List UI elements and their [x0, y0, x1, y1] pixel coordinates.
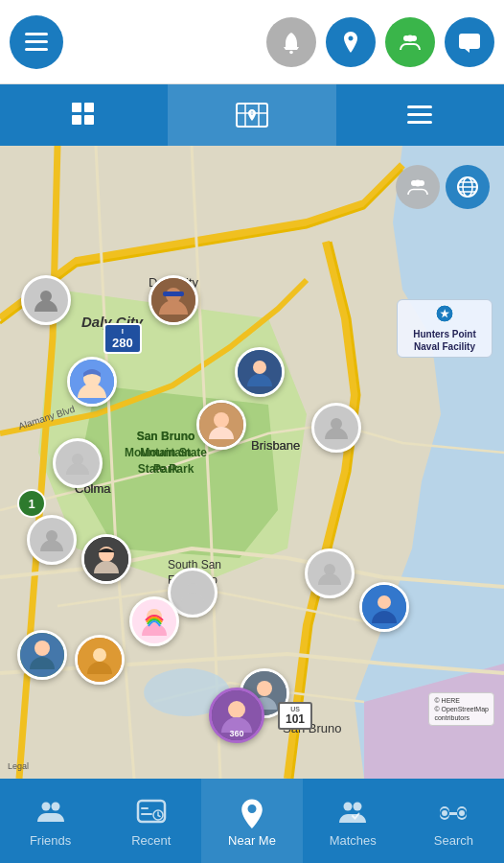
map-overlay-buttons: [396, 165, 490, 209]
location-button[interactable]: [326, 17, 376, 67]
svg-point-48: [257, 681, 272, 696]
avatar-pin-8[interactable]: [27, 515, 77, 565]
avatar-pin-1[interactable]: [21, 275, 71, 325]
svg-rect-10: [407, 105, 432, 108]
svg-rect-60: [449, 812, 457, 815]
avatar-pin-2[interactable]: [149, 275, 198, 325]
map-attribution: © HERE© OpenStreetMapcontributors: [428, 692, 494, 726]
svg-rect-12: [407, 121, 432, 124]
grid-view-button[interactable]: [0, 84, 168, 146]
hwy-280-sign: I 280: [103, 323, 142, 354]
avatar-pin-9[interactable]: [81, 534, 131, 584]
avatar-photo-icon: [151, 278, 195, 322]
avatar-dark-icon: [84, 537, 128, 581]
nav-search[interactable]: Search: [403, 779, 504, 863]
bell-icon: [278, 29, 305, 56]
list-view-button[interactable]: [336, 84, 504, 146]
near-me-icon: [235, 795, 269, 829]
svg-rect-4: [459, 34, 480, 49]
map-icon: [233, 96, 271, 134]
svg-point-56: [344, 802, 353, 810]
avatar-pin-14[interactable]: [305, 548, 355, 598]
avatar-pin-7[interactable]: [53, 438, 103, 488]
svg-rect-11: [407, 113, 432, 116]
nav-matches[interactable]: Matches: [303, 779, 403, 863]
svg-point-31: [214, 412, 229, 428]
avatar-colorful-icon: [78, 638, 122, 682]
avatar-pin-12[interactable]: [17, 630, 67, 680]
map-view-button[interactable]: [168, 84, 335, 146]
hamburger-icon: [25, 33, 48, 51]
bottom-navigation: Friends Recent Near Me Matches: [0, 779, 504, 863]
groups-icon: [397, 29, 424, 56]
avatar-outdoor-icon: [20, 633, 64, 677]
svg-rect-5: [72, 103, 81, 112]
avatar-anime-icon: [70, 360, 114, 404]
svg-text:★: ★: [440, 308, 450, 319]
nav-near-me[interactable]: Near Me: [201, 779, 302, 863]
svg-point-29: [253, 361, 266, 374]
groups-button[interactable]: [385, 17, 435, 67]
map-users-button[interactable]: [396, 165, 440, 209]
notifications-button[interactable]: [266, 17, 316, 67]
hwy-1-sign: 1: [17, 489, 46, 518]
users-map-icon: [405, 175, 430, 199]
friends-label: Friends: [30, 833, 71, 848]
avatar-sport-icon: [362, 585, 406, 629]
svg-rect-7: [72, 115, 81, 125]
near-me-label: Near Me: [228, 833, 276, 848]
avatar-jacket-icon: [238, 350, 282, 394]
svg-rect-25: [163, 292, 184, 296]
avatar-pin-5[interactable]: [196, 400, 246, 450]
hwy-101-sign: US 101: [278, 702, 312, 730]
person-silhouette-5-icon: [177, 577, 208, 608]
map-area: Daly City Daly City San Bruno Mountain S…: [0, 146, 504, 779]
avatar-pin-6[interactable]: [311, 403, 361, 453]
list-icon: [402, 98, 437, 132]
svg-point-50: [228, 701, 245, 718]
person-silhouette-2-icon: [321, 412, 352, 443]
grid-icon: [67, 98, 102, 132]
person-silhouette-icon: [31, 285, 61, 315]
hamburger-button[interactable]: [10, 15, 63, 69]
avatar-pin-11[interactable]: [129, 596, 179, 646]
matches-icon: [335, 795, 370, 829]
avatar-pin-15[interactable]: [359, 582, 409, 632]
avatar-360-icon: 360: [212, 690, 262, 740]
nav-friends[interactable]: Friends: [0, 779, 101, 863]
svg-point-46: [378, 595, 391, 609]
header-right: [266, 17, 494, 67]
top-header: [0, 0, 504, 84]
messages-icon: [456, 29, 483, 56]
svg-point-0: [289, 50, 293, 54]
view-selector-bar: [0, 84, 504, 146]
header-left: [10, 15, 63, 69]
svg-rect-6: [84, 103, 94, 112]
svg-point-52: [41, 802, 50, 810]
recent-icon: [134, 795, 169, 829]
recent-label: Recent: [131, 833, 171, 848]
svg-point-19: [415, 180, 422, 187]
avatar-pin-3[interactable]: [67, 357, 117, 407]
globe-icon: [455, 175, 480, 199]
location-icon: [337, 29, 364, 56]
svg-point-43: [93, 648, 106, 662]
search-label: Search: [434, 833, 473, 848]
nav-recent[interactable]: Recent: [101, 779, 201, 863]
avatar-pin-13[interactable]: [75, 635, 125, 685]
svg-rect-8: [84, 115, 94, 125]
search-icon: [436, 795, 470, 829]
person-silhouette-6-icon: [314, 558, 345, 589]
avatar-man-icon: [199, 403, 243, 447]
map-globe-button[interactable]: [446, 165, 490, 209]
svg-point-41: [34, 641, 50, 656]
person-silhouette-4-icon: [36, 525, 67, 555]
avatar-pin-4[interactable]: [235, 347, 285, 397]
svg-point-57: [354, 802, 362, 810]
avatar-pin-17[interactable]: 360: [209, 688, 264, 743]
messages-button[interactable]: [445, 17, 494, 67]
svg-text:360: 360: [229, 729, 243, 738]
svg-point-3: [407, 35, 414, 41]
map-legal-text: Legal: [8, 761, 29, 771]
matches-label: Matches: [330, 833, 377, 848]
